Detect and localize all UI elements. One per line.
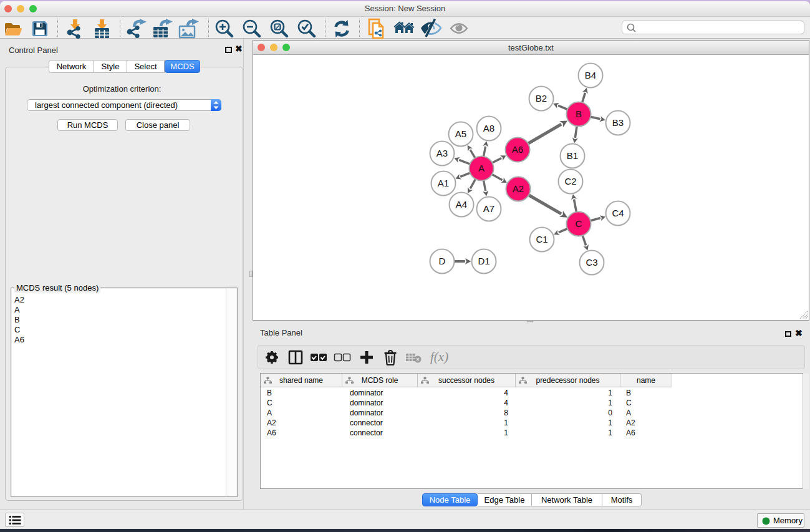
svg-text:C: C — [576, 218, 582, 229]
svg-text:B: B — [576, 109, 582, 119]
svg-text:C1: C1 — [536, 234, 547, 244]
svg-text:A8: A8 — [483, 123, 494, 133]
svg-text:D: D — [439, 256, 446, 266]
svg-text:A6: A6 — [512, 144, 523, 155]
svg-text:A: A — [478, 163, 485, 173]
svg-text:A4: A4 — [456, 199, 467, 210]
svg-text:A1: A1 — [438, 178, 449, 188]
svg-text:A7: A7 — [483, 203, 494, 214]
svg-text:A3: A3 — [436, 148, 448, 158]
svg-text:B2: B2 — [536, 93, 547, 104]
svg-text:A2: A2 — [513, 183, 524, 194]
svg-text:A5: A5 — [455, 128, 466, 139]
svg-text:B4: B4 — [585, 70, 596, 80]
svg-text:C2: C2 — [564, 176, 576, 186]
svg-text:B1: B1 — [567, 150, 578, 161]
svg-text:D1: D1 — [478, 256, 489, 266]
svg-text:C4: C4 — [612, 208, 624, 218]
svg-text:B3: B3 — [612, 117, 624, 128]
svg-text:C3: C3 — [586, 257, 597, 268]
